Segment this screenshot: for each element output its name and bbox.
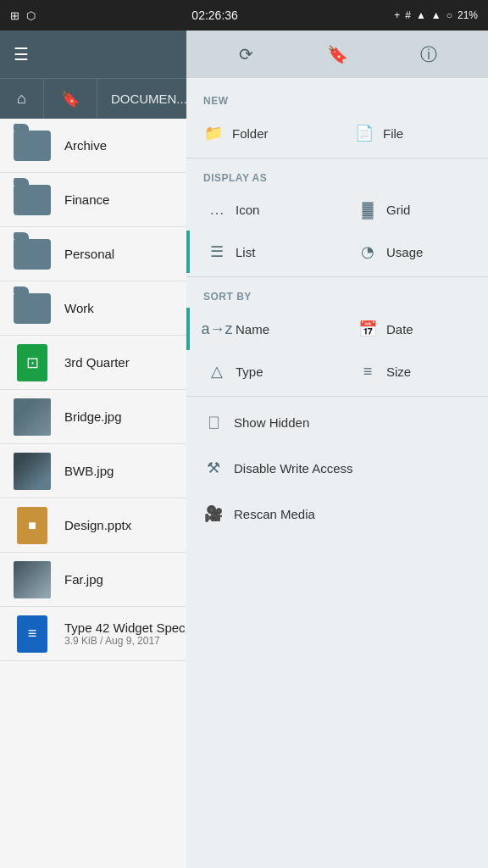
cast-icon: ⬡ [26,9,36,22]
sort-size-label: Size [386,364,411,379]
folder-icon [14,236,51,273]
wifi-icon: ▲ [416,9,426,21]
file-info: Archive [64,138,107,153]
battery-status-icon: ○ [446,9,452,21]
file-name: Personal [64,247,114,261]
sort-name-icon: a→z [207,320,227,338]
folder-icon [14,127,51,164]
file-name: BWB.jpg [64,464,114,478]
sort-size-button[interactable]: ≡ Size [341,350,488,392]
dropdown-menu: ⟳ 🔖 ⓘ NEW 📁 Folder 📄 File DISPLAY AS [186,31,488,868]
show-hidden-button[interactable]: ⎕ Show Hidden [186,400,488,445]
rescan-media-button[interactable]: 🎥 Rescan Media [186,491,488,537]
grid-icon: ⊞ [10,9,19,22]
display-icon-button[interactable]: … Icon [190,189,337,231]
divider [186,276,488,277]
section-sort-label: SORT BY [186,281,488,308]
file-info: Far.jpg [64,572,103,587]
app-area: ☰ ⌂ 🔖 DOCUMEN... Archive Finance Persona… [0,31,488,868]
new-file-label: File [383,126,403,141]
file-name: Archive [64,138,107,153]
file-name: 3rd Quarter [64,355,130,370]
folder-icon [14,181,51,219]
status-bar-right: + # ▲ ▲ ○ 21% [394,9,478,21]
disable-write-button[interactable]: ⚒ Disable Write Access [186,445,488,491]
grid-view-icon: ▓ [358,201,378,219]
file-plus-icon: 📄 [354,124,374,142]
bookmark-button[interactable]: 🔖 [317,34,358,75]
file-info: 3rd Quarter [64,355,130,370]
sort-type-size-row: △ Type ≡ Size [186,350,488,392]
sort-date-button[interactable]: 📅 Date [341,308,488,350]
icon-view-icon: … [207,201,227,219]
rescan-media-icon: 🎥 [203,504,224,523]
file-info: Bridge.jpg [64,409,122,424]
battery-percent: 21% [458,9,478,21]
display-icon-grid-row: … Icon ▓ Grid [186,189,488,231]
sort-name-label: Name [236,322,269,337]
docx-icon: ≡ [14,615,51,653]
new-folder-button[interactable]: 📁 Folder [186,112,337,154]
sort-name-button[interactable]: a→z Name [190,308,337,350]
signal-icon: ▲ [431,9,441,21]
bluetooth-icon: + [394,9,400,21]
sort-type-icon: △ [207,362,227,381]
display-usage-button[interactable]: ◔ Usage [341,231,488,273]
divider [186,396,488,397]
new-folder-label: Folder [232,126,269,141]
hash-icon: # [405,9,411,21]
image-thumbnail [14,561,51,598]
status-bar-left: ⊞ ⬡ [10,9,36,22]
display-usage-label: Usage [386,245,423,259]
sort-date-label: Date [386,322,413,337]
dropdown-content: NEW 📁 Folder 📄 File DISPLAY AS … Icon [186,78,488,543]
file-info: Work [64,301,94,315]
display-list-button[interactable]: ☰ List [190,231,337,273]
status-bar-time: 02:26:36 [191,8,238,22]
show-hidden-icon: ⎕ [203,414,224,431]
section-new-label: NEW [186,85,488,112]
dropdown-top-bar: ⟳ 🔖 ⓘ [186,31,488,78]
display-grid-button[interactable]: ▓ Grid [341,189,488,231]
section-display-label: DISPLAY AS [186,162,488,189]
sort-type-button[interactable]: △ Type [190,350,337,392]
nav-home-button[interactable]: ⌂ [0,79,44,119]
display-icon-label: Icon [236,203,259,217]
hamburger-menu-button[interactable]: ☰ [14,44,29,64]
image-thumbnail [14,398,51,436]
list-view-icon: ☰ [207,242,227,261]
file-info: Design.pptx [64,518,131,532]
display-list-label: List [236,245,255,259]
file-name: Finance [64,192,109,207]
refresh-button[interactable]: ⟳ [225,34,266,75]
breadcrumb: DOCUMEN... [97,79,201,119]
folder-icon [14,290,51,327]
sort-size-icon: ≡ [358,363,378,381]
status-bar: ⊞ ⬡ 02:26:36 + # ▲ ▲ ○ 21% [0,0,488,31]
file-info: BWB.jpg [64,464,114,478]
file-info: Finance [64,192,109,207]
display-list-usage-row: ☰ List ◔ Usage [186,231,488,273]
usage-icon: ◔ [358,242,378,261]
file-name: Bridge.jpg [64,409,122,424]
sort-date-icon: 📅 [358,320,378,338]
nav-bookmark-button[interactable]: 🔖 [44,79,97,119]
new-file-button[interactable]: 📄 File [337,112,488,154]
pptx-icon: ■ [14,507,51,544]
new-row: 📁 Folder 📄 File [186,112,488,154]
sheets-icon: ⊡ [14,344,51,381]
display-grid-label: Grid [386,203,410,217]
disable-write-icon: ⚒ [203,459,224,477]
rescan-media-label: Rescan Media [234,507,315,521]
file-name: Far.jpg [64,572,103,587]
folder-plus-icon: 📁 [203,124,224,142]
file-name: Design.pptx [64,518,131,532]
divider [186,158,488,159]
sort-name-date-row: a→z Name 📅 Date [186,308,488,350]
info-button[interactable]: ⓘ [408,34,449,75]
file-info: Personal [64,247,114,261]
disable-write-label: Disable Write Access [234,461,353,476]
image-thumbnail [14,453,51,490]
sort-type-label: Type [236,364,263,379]
file-name: Work [64,301,94,315]
